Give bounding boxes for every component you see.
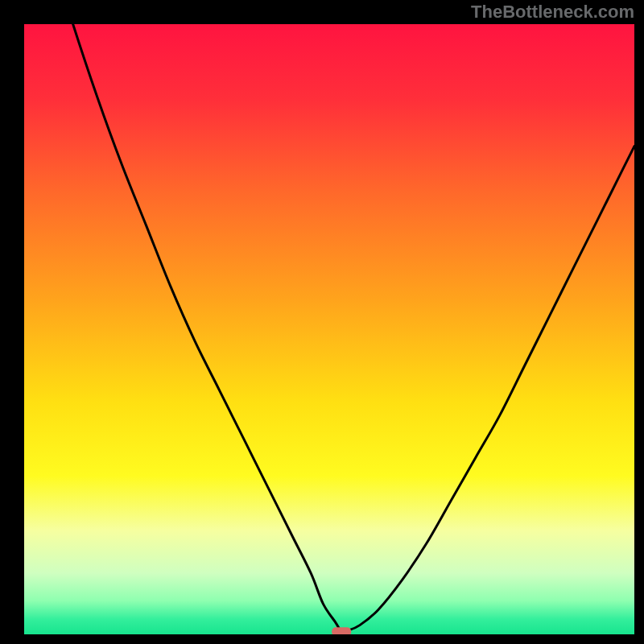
watermark-text: TheBottleneck.com: [471, 2, 634, 23]
chart-svg: [24, 24, 634, 634]
chart-frame: TheBottleneck.com: [0, 0, 644, 644]
plot-area: [24, 24, 634, 634]
optimum-marker: [332, 627, 351, 634]
